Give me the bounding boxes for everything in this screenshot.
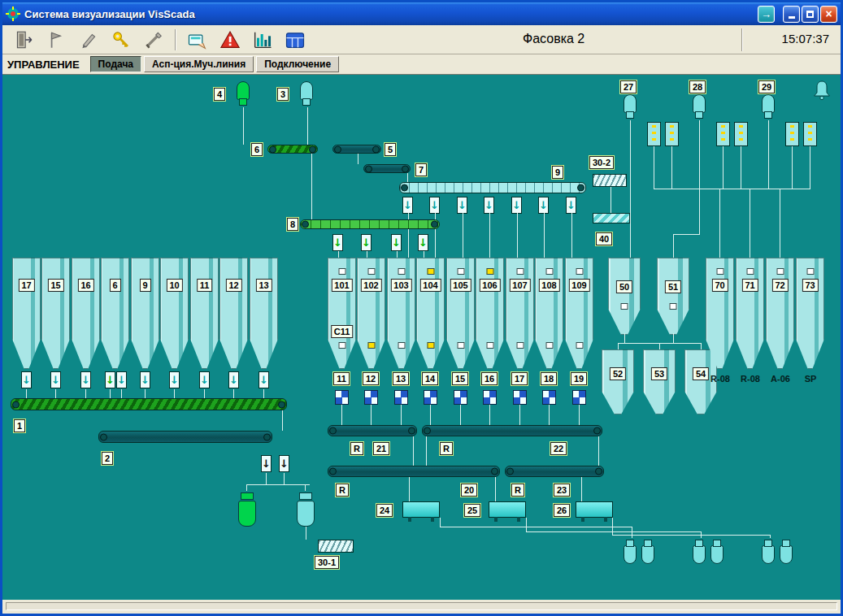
filter-icon[interactable] — [734, 122, 748, 146]
lamp-cyan-icon[interactable] — [691, 94, 707, 120]
flag-button[interactable] — [40, 27, 72, 52]
close-button[interactable]: × — [820, 6, 837, 23]
conveyor[interactable] — [505, 466, 604, 477]
report-button[interactable] — [279, 27, 311, 52]
silo[interactable]: 9 — [131, 258, 159, 369]
gate-icon[interactable] — [80, 371, 91, 388]
vibro-feeder[interactable] — [318, 540, 354, 553]
valve-icon[interactable] — [454, 390, 467, 405]
filter-icon[interactable] — [647, 122, 661, 146]
maximize-button[interactable] — [802, 6, 819, 23]
silo[interactable]: 11 — [190, 258, 219, 369]
gate-icon[interactable] — [259, 371, 269, 388]
outlet-gate-icon[interactable] — [361, 234, 372, 251]
alarm-bell-icon[interactable] — [812, 80, 832, 101]
outlet-gate-icon[interactable] — [511, 197, 522, 214]
valve-icon[interactable] — [572, 390, 586, 405]
packing-machine[interactable] — [576, 501, 613, 518]
conveyor[interactable] — [11, 398, 287, 410]
conveyor[interactable] — [332, 145, 381, 154]
silo[interactable]: 13 — [250, 258, 278, 369]
lamp-green-icon[interactable] — [237, 491, 258, 527]
outlet-gate-icon[interactable] — [484, 197, 494, 214]
conveyor[interactable] — [328, 466, 500, 477]
key-button[interactable] — [105, 27, 137, 52]
silo[interactable]: 50 — [608, 258, 641, 335]
gate-icon[interactable] — [261, 455, 272, 472]
silo[interactable]: 102 — [357, 258, 385, 369]
gate-icon[interactable] — [228, 371, 239, 388]
silo[interactable]: 15 — [41, 258, 70, 369]
tab-aspiration-flour-line[interactable]: Асп-ция.Муч.линия — [144, 56, 254, 72]
valve-icon[interactable] — [483, 390, 497, 405]
silo[interactable]: 106 — [476, 258, 504, 369]
vibro-feeder[interactable] — [593, 174, 627, 187]
lamp-cyan-icon[interactable] — [640, 538, 656, 564]
valve-icon[interactable] — [513, 390, 527, 405]
silo[interactable]: 52 — [602, 349, 634, 414]
filter-icon[interactable] — [785, 122, 799, 146]
silo[interactable]: 16 — [72, 258, 100, 369]
outlet-gate-icon[interactable] — [457, 197, 467, 214]
packing-machine[interactable] — [402, 501, 440, 518]
pen-button[interactable] — [72, 27, 105, 52]
silo[interactable]: 108 — [535, 258, 563, 369]
valve-icon[interactable] — [424, 390, 437, 405]
outlet-gate-icon[interactable] — [332, 234, 343, 251]
lamp-cyan-icon[interactable] — [760, 538, 776, 564]
lamp-cyan-icon[interactable] — [622, 94, 638, 120]
tools-button[interactable] — [137, 27, 170, 52]
gate-icon[interactable] — [116, 371, 127, 388]
valve-icon[interactable] — [364, 390, 378, 405]
gate-icon[interactable] — [50, 371, 61, 388]
valve-icon[interactable] — [394, 390, 408, 405]
silo[interactable]: 104 — [416, 258, 445, 369]
valve-icon[interactable] — [542, 390, 556, 405]
gate-icon[interactable] — [199, 371, 210, 388]
filter-icon[interactable] — [665, 122, 679, 146]
silo[interactable]: 105 — [446, 258, 475, 369]
lamp-cyan-icon[interactable] — [778, 538, 794, 564]
silo[interactable]: 71 — [736, 258, 764, 369]
conveyor[interactable] — [300, 219, 440, 229]
sieve[interactable] — [593, 213, 630, 223]
acknowledge-button[interactable] — [181, 27, 214, 52]
silo[interactable]: 103 — [387, 258, 415, 369]
chain-conveyor[interactable] — [399, 182, 586, 193]
lamp-cyan-icon[interactable] — [622, 538, 638, 564]
silo[interactable]: 73 — [796, 258, 824, 369]
lamp-cyan-icon[interactable] — [298, 81, 315, 107]
outlet-gate-icon[interactable] — [566, 197, 576, 214]
conveyor[interactable] — [98, 431, 272, 443]
silo[interactable]: 12 — [219, 258, 248, 369]
filter-icon[interactable] — [716, 122, 730, 146]
silo[interactable]: 72 — [766, 258, 794, 369]
trends-button[interactable] — [246, 27, 279, 52]
packing-machine[interactable] — [489, 501, 526, 518]
outlet-gate-icon[interactable] — [402, 197, 413, 214]
silo[interactable]: 107 — [506, 258, 534, 369]
outlet-gate-icon[interactable] — [429, 197, 440, 214]
forward-button[interactable]: → — [758, 6, 775, 23]
silo[interactable]: 51 — [657, 258, 689, 335]
gate-icon[interactable] — [169, 371, 180, 388]
tab-feed[interactable]: Подача — [90, 56, 141, 72]
conveyor[interactable] — [267, 145, 318, 154]
exit-button[interactable] — [7, 27, 40, 52]
gate-icon[interactable] — [279, 455, 289, 472]
silo[interactable]: 17 — [12, 258, 41, 369]
alarms-button[interactable] — [214, 27, 246, 52]
lamp-cyan-icon[interactable] — [709, 538, 725, 564]
conveyor[interactable] — [363, 164, 411, 173]
gate-icon[interactable] — [105, 371, 115, 388]
silo[interactable]: 53 — [643, 349, 676, 414]
gate-icon[interactable] — [140, 371, 150, 388]
lamp-cyan-icon[interactable] — [760, 94, 776, 120]
silo[interactable]: 6 — [101, 258, 129, 369]
lamp-green-icon[interactable] — [235, 81, 251, 107]
filter-icon[interactable] — [803, 122, 817, 146]
silo[interactable]: 101C11 — [328, 258, 356, 369]
silo[interactable]: 10 — [160, 258, 189, 369]
outlet-gate-icon[interactable] — [391, 234, 402, 251]
outlet-gate-icon[interactable] — [418, 234, 428, 251]
